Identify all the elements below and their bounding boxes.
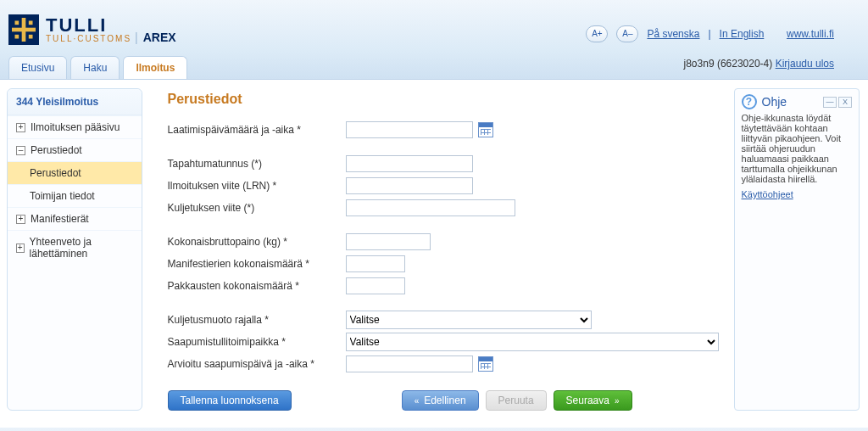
label-event-id: Tapahtumatunnus (*) — [168, 158, 346, 170]
sidebar-sub-basic-info[interactable]: Perustiedot — [8, 161, 142, 184]
logo-mark — [8, 14, 39, 45]
input-eta[interactable] — [346, 355, 473, 372]
font-increase-button[interactable]: A+ — [586, 25, 608, 42]
app-separator: | — [135, 31, 138, 44]
logo-main-text: TULLI — [46, 16, 131, 35]
svg-rect-5 — [29, 35, 33, 39]
help-manual-link[interactable]: Käyttöohjeet — [742, 189, 793, 199]
next-button[interactable]: Seuraava » — [554, 390, 632, 411]
sidebar-item-label: Perustiedot — [31, 144, 82, 156]
sidebar-item-label: Yhteenveto ja lähettäminen — [30, 236, 133, 260]
help-panel: ? Ohje — X Ohje-ikkunasta löydät täytett… — [734, 88, 860, 411]
svg-rect-1 — [12, 28, 36, 32]
expand-icon: + — [16, 243, 25, 253]
label-date-created: Laatimispäivämäärä ja -aika * — [168, 124, 346, 136]
expand-icon: + — [16, 123, 25, 132]
section-title: Perustiedot — [168, 92, 719, 107]
select-arrival-office[interactable]: Valitse — [346, 333, 719, 351]
input-packages-total[interactable] — [346, 277, 405, 294]
logout-link[interactable]: Kirjaudu ulos — [776, 58, 834, 70]
svg-rect-3 — [29, 21, 33, 25]
input-gross-kg[interactable] — [346, 233, 431, 250]
external-site-link[interactable]: www.tulli.fi — [787, 28, 834, 40]
label-lrn: Ilmoituksen viite (LRN) * — [168, 180, 346, 192]
sidebar-item-summary-send[interactable]: + Yhteenveto ja lähettäminen — [8, 230, 142, 265]
cancel-button: Peruuta — [486, 390, 547, 411]
sidebar: 344 Yleisilmoitus + Ilmoituksen pääsivu … — [7, 88, 142, 411]
label-eta: Arvioitu saapumispäivä ja -aika * — [168, 358, 346, 370]
lang-sv-link[interactable]: På svenska — [647, 28, 699, 40]
collapse-icon: – — [16, 146, 25, 155]
label-transport-ref: Kuljetuksen viite (*) — [168, 202, 346, 214]
tab-home[interactable]: Etusivu — [8, 56, 67, 79]
expand-icon: + — [16, 215, 25, 224]
app-name: AREX — [143, 31, 176, 44]
chevron-left-icon: « — [415, 396, 420, 406]
calendar-icon[interactable] — [478, 122, 493, 137]
button-label: Seuraava — [566, 395, 609, 406]
label-manifest-total: Manifestierien kokonaismäärä * — [168, 258, 346, 270]
app-logo: TULLI TULL·CUSTOMS — [8, 14, 131, 45]
font-decrease-button[interactable]: A– — [616, 25, 638, 42]
logo-sub-text: TULL·CUSTOMS — [46, 35, 131, 43]
input-transport-ref[interactable] — [346, 199, 515, 216]
help-body: Ohje-ikkunasta löydät täytettävään kohta… — [742, 113, 852, 184]
lang-separator: | — [708, 28, 710, 40]
save-draft-button[interactable]: Tallenna luonnoksena — [168, 390, 292, 411]
prev-button[interactable]: « Edellinen — [402, 390, 479, 411]
sidebar-item-manifest[interactable]: + Manifestierät — [8, 207, 142, 230]
close-icon[interactable]: X — [838, 97, 852, 108]
sidebar-heading: 344 Yleisilmoitus — [8, 89, 142, 115]
sidebar-item-label: Ilmoituksen pääsivu — [31, 121, 120, 133]
sidebar-sub-operator-info[interactable]: Toimijan tiedot — [8, 184, 142, 207]
label-packages-total: Pakkausten kokonaismäärä * — [168, 280, 346, 292]
input-manifest-total[interactable] — [346, 255, 405, 272]
sidebar-item-basic-info[interactable]: – Perustiedot — [8, 138, 142, 161]
calendar-icon[interactable] — [478, 356, 493, 372]
input-lrn[interactable] — [346, 177, 473, 194]
input-event-id[interactable] — [346, 155, 473, 172]
input-date-created[interactable] — [346, 121, 473, 138]
help-icon: ? — [742, 94, 757, 109]
minimize-icon[interactable]: — — [823, 97, 837, 108]
sidebar-item-label: Manifestierät — [31, 213, 89, 225]
button-label: Tallenna luonnoksena — [181, 395, 279, 406]
tab-search[interactable]: Haku — [70, 56, 120, 79]
svg-rect-4 — [15, 35, 19, 39]
label-arrival-office: Saapumistullitoimipaikka * — [168, 336, 346, 348]
help-title: Ohje — [762, 95, 787, 109]
label-border-mode: Kuljetusmuoto rajalla * — [168, 314, 346, 326]
label-gross-kg: Kokonaisbruttopaino (kg) * — [168, 236, 346, 248]
button-label: Edellinen — [424, 395, 465, 406]
svg-rect-2 — [15, 21, 19, 25]
button-label: Peruuta — [498, 395, 534, 406]
user-info: j8o3n9 (6623020-4) — [684, 58, 773, 70]
lang-en-link[interactable]: In English — [720, 28, 765, 40]
chevron-right-icon: » — [615, 396, 620, 406]
select-border-mode[interactable]: Valitse — [346, 311, 592, 329]
sidebar-item-main-page[interactable]: + Ilmoituksen pääsivu — [8, 115, 142, 138]
tab-declare[interactable]: Ilmoitus — [123, 56, 187, 79]
